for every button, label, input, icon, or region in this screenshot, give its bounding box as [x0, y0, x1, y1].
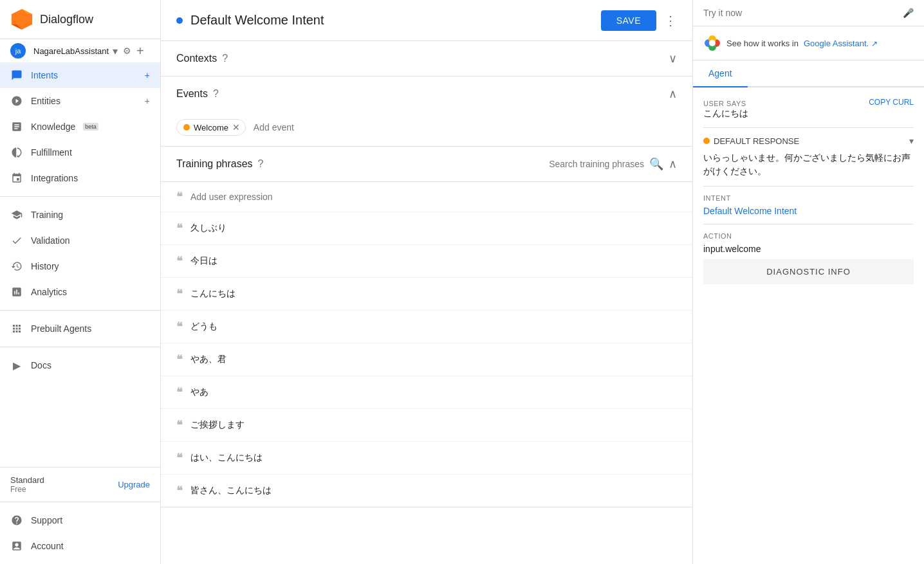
phrase-row[interactable]: ❝ ご挨拶します	[161, 408, 692, 441]
quote-icon-2: ❝	[176, 287, 183, 301]
nav-divider-3	[0, 347, 160, 347]
add-phrase-row: ❝	[161, 181, 692, 212]
phrase-row[interactable]: ❝ 皆さん、こんにちは	[161, 474, 692, 507]
logo-header: Dialogflow	[0, 0, 160, 39]
search-training-text: Search training phrases	[549, 159, 644, 169]
microphone-icon[interactable]: 🎤	[903, 8, 914, 18]
sidebar-label-prebuilt: Prebuilt Agents	[31, 323, 91, 334]
plan-row: Standard Free Upgrade	[0, 473, 160, 496]
sidebar-item-intents[interactable]: Intents +	[0, 62, 160, 88]
action-value: input.welcome	[703, 244, 914, 254]
sidebar-label-knowledge: Knowledge	[31, 122, 75, 132]
phrase-list: ❝ ❝ 久しぶり ❝ 今日は ❝ こんにちは ❝ どう	[161, 181, 692, 507]
sidebar-item-entities[interactable]: Entities +	[0, 88, 160, 114]
search-icon[interactable]: 🔍	[649, 157, 663, 171]
intent-title: Default Welcome Intent	[190, 13, 593, 28]
training-phrases-section: Training phrases ? Search training phras…	[161, 147, 692, 507]
sidebar-label-analytics: Analytics	[31, 287, 67, 297]
integrations-icon	[10, 172, 23, 185]
upgrade-link[interactable]: Upgrade	[118, 480, 150, 489]
events-section-header[interactable]: Events ? ∧	[161, 77, 692, 111]
analytics-icon	[10, 286, 23, 298]
phrase-row[interactable]: ❝ やあ、君	[161, 343, 692, 376]
add-entity-icon[interactable]: +	[145, 96, 150, 106]
quote-icon-3: ❝	[176, 320, 183, 334]
phrase-text-8: 皆さん、こんにちは	[190, 485, 272, 496]
phrase-text-6: ご挨拶します	[190, 419, 245, 431]
dialogflow-logo-icon	[10, 8, 33, 31]
welcome-event-chip: Welcome ✕	[176, 119, 246, 136]
agent-name[interactable]: NagareLabAssistant ▾	[33, 45, 118, 57]
beta-badge: beta	[83, 123, 98, 131]
phrase-row[interactable]: ❝ こんにちは	[161, 277, 692, 310]
diagnostic-info-button[interactable]: DIAGNOSTIC INFO	[703, 259, 914, 284]
phrase-row[interactable]: ❝ はい、こんにちは	[161, 441, 692, 474]
phrase-row[interactable]: ❝ 久しぶり	[161, 212, 692, 244]
sidebar-item-account[interactable]: Account	[0, 533, 160, 559]
google-assistant-text: See how it works in	[726, 39, 799, 48]
sidebar-item-training[interactable]: Training	[0, 202, 160, 228]
quote-icon-1: ❝	[176, 254, 183, 268]
phrase-text-1: 今日は	[190, 255, 217, 267]
sidebar-bottom: Standard Free Upgrade Support Account	[0, 467, 160, 564]
phrase-row[interactable]: ❝ 今日は	[161, 244, 692, 277]
settings-icon[interactable]: ⚙	[123, 46, 131, 56]
phrase-row[interactable]: ❝ やあ	[161, 376, 692, 408]
sidebar-item-validation[interactable]: Validation	[0, 228, 160, 253]
entities-icon	[10, 95, 23, 107]
contexts-section-header[interactable]: Contexts ? ∨	[161, 41, 692, 76]
knowledge-icon	[10, 120, 23, 133]
sidebar-item-docs[interactable]: ▶ Docs	[0, 352, 160, 378]
phrase-row[interactable]: ❝ どうも	[161, 310, 692, 343]
save-button[interactable]: SAVE	[601, 10, 656, 31]
right-panel: 🎤 See how it works in Google Assistant. …	[692, 0, 924, 564]
sidebar-label-validation: Validation	[31, 235, 69, 246]
sidebar-item-prebuilt[interactable]: Prebuilt Agents	[0, 316, 160, 341]
sidebar-item-analytics[interactable]: Analytics	[0, 279, 160, 305]
quote-icon-6: ❝	[176, 418, 183, 432]
phrase-text-7: はい、こんにちは	[190, 452, 263, 464]
more-options-icon[interactable]: ⋮	[664, 13, 677, 28]
quote-icon-8: ❝	[176, 484, 183, 498]
quote-icon-5: ❝	[176, 385, 183, 399]
divider-2	[703, 186, 914, 186]
copy-curl-button[interactable]: COPY CURL	[869, 98, 914, 107]
quote-icon-input: ❝	[176, 190, 183, 204]
tab-agent[interactable]: Agent	[693, 60, 748, 87]
intents-icon	[10, 69, 23, 82]
fulfillment-icon	[10, 146, 23, 159]
sidebar-item-fulfillment[interactable]: Fulfillment	[0, 140, 160, 165]
events-help-icon[interactable]: ?	[213, 88, 219, 100]
sidebar-item-history[interactable]: History	[0, 253, 160, 279]
sidebar-label-training: Training	[31, 210, 63, 220]
sidebar-item-support[interactable]: Support	[0, 507, 160, 533]
try-it-now-input[interactable]	[703, 8, 898, 18]
contexts-help-icon[interactable]: ?	[222, 53, 228, 64]
intent-status-dot	[176, 17, 183, 24]
response-dropdown-icon[interactable]: ▾	[909, 136, 914, 146]
sidebar-label-history: History	[31, 261, 59, 271]
intent-value-link[interactable]: Default Welcome Intent	[703, 206, 914, 216]
events-section: Events ? ∧ Welcome ✕	[161, 77, 692, 147]
account-icon	[10, 540, 23, 552]
contexts-chevron-icon: ∨	[669, 51, 677, 66]
add-phrase-input[interactable]	[190, 192, 677, 202]
agent-badge: ja	[10, 43, 26, 59]
sidebar-label-support: Support	[31, 515, 62, 525]
user-says-label: USER SAYS	[703, 100, 746, 107]
external-link-icon: ↗	[871, 39, 878, 48]
remove-event-icon[interactable]: ✕	[232, 122, 240, 132]
intent-label: INTENT	[703, 194, 914, 202]
events-body: Welcome ✕	[161, 111, 692, 146]
training-phrases-help-icon[interactable]: ?	[258, 158, 264, 170]
sidebar-item-knowledge[interactable]: Knowledge beta	[0, 114, 160, 140]
add-intent-icon[interactable]: +	[145, 70, 150, 80]
sidebar-item-integrations[interactable]: Integrations	[0, 165, 160, 191]
add-agent-icon[interactable]: +	[136, 44, 144, 59]
response-text: いらっしゃいませ。何かございましたら気軽にお声がけください。	[703, 151, 914, 178]
event-label: Welcome	[194, 123, 228, 132]
default-response-label: DEFAULT RESPONSE	[714, 136, 799, 146]
google-assistant-link[interactable]: Google Assistant. ↗	[804, 39, 878, 48]
phrase-text-0: 久しぶり	[190, 223, 226, 234]
add-event-input[interactable]	[254, 122, 366, 132]
